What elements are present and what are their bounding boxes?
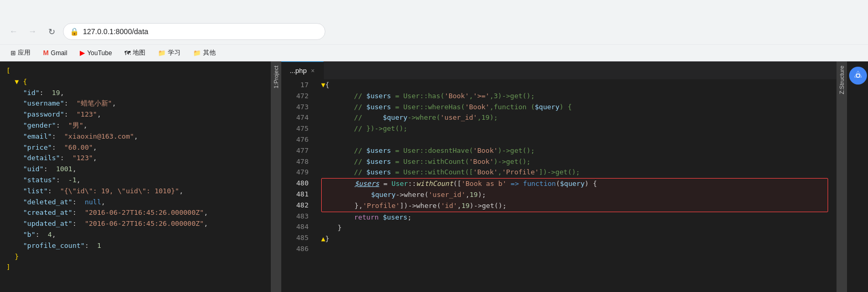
bookmark-label: Gmail	[51, 49, 67, 57]
json-email: "email": "xiaoxin@163.com",	[6, 131, 264, 142]
bookmark-study[interactable]: 📁 学习	[154, 47, 185, 58]
line-num-481: 481	[285, 189, 309, 200]
line-num-484: 484	[285, 222, 309, 233]
code-line-480: $users = User::withCount(['Book as b' =>…	[322, 179, 828, 190]
tab-bar	[0, 0, 868, 19]
bookmark-label: 学习	[168, 48, 181, 57]
code-line-478: // $users = User::withCount('Book')->get…	[321, 157, 828, 168]
browser-chrome: ← → ↻ 🔒 127.0.0.1:8000/data ⊞ 应用 M Gmail…	[0, 0, 868, 61]
project-panel-label[interactable]: 1:Project	[271, 61, 281, 92]
json-updated-at: "updated_at": "2016-06-27T16:45:26.00000…	[6, 218, 264, 230]
chrome-logo	[853, 70, 863, 81]
code-line-474: // $query->where('user_id',19);	[321, 112, 828, 123]
json-gender: "gender": "男",	[6, 120, 264, 131]
extension-panel	[847, 61, 868, 292]
line-num-475: 475	[285, 123, 309, 134]
line-num-482: 482	[285, 200, 309, 211]
json-deleted-at: "deleted_at": null,	[6, 197, 264, 208]
project-sidebar[interactable]: 1:Project	[271, 61, 281, 292]
highlighted-code-block: $users = User::withCount(['Book as b' =>…	[321, 178, 828, 212]
line-num-485: 485	[285, 233, 309, 244]
code-line-482: },'Profile'])->where('id',19)->get();	[322, 201, 828, 212]
url-text: 127.0.0.1:8000/data	[83, 27, 149, 36]
line-numbers: 17 472 473 474 475 476 477 478 479 480 4…	[281, 80, 313, 292]
tab-label: ...php	[290, 67, 307, 75]
json-close-bracket: ]	[6, 262, 264, 273]
json-list: "list": "{\"id\": 19, \"uid\": 1010}",	[6, 186, 264, 197]
bookmark-apps[interactable]: ⊞ 应用	[6, 47, 35, 58]
code-line-17: ▼{	[321, 80, 828, 91]
back-button[interactable]: ←	[6, 24, 21, 39]
main-content: [ ▼ { "id": 19, "username": "蜡笔小新", "pas…	[0, 61, 868, 292]
youtube-icon: ▶	[80, 49, 85, 57]
json-array-open: ▼ {	[6, 77, 264, 88]
tab-close-button[interactable]: ×	[311, 67, 315, 75]
active-tab[interactable]: ...php ×	[281, 61, 324, 80]
lock-icon: 🔒	[70, 27, 79, 36]
code-content[interactable]: ▼{ // $users = User::has('Book','>=',3)-…	[313, 80, 837, 292]
editor-body: 17 472 473 474 475 476 477 478 479 480 4…	[281, 80, 837, 292]
reload-button[interactable]: ↻	[44, 24, 59, 39]
code-line-484: }	[321, 223, 828, 234]
bookmark-other[interactable]: 📁 其他	[189, 47, 220, 58]
address-bar[interactable]: 🔒 127.0.0.1:8000/data	[63, 23, 325, 40]
structure-sidebar[interactable]: Z:Structure	[837, 61, 847, 292]
apps-icon: ⊞	[10, 49, 16, 57]
bookmarks-bar: ⊞ 应用 M Gmail ▶ YouTube 🗺 地图 📁 学习 📁 其他	[0, 44, 868, 61]
bookmark-label: 应用	[18, 48, 30, 57]
line-num-477: 477	[285, 145, 309, 157]
folder-icon: 📁	[158, 49, 166, 57]
forward-button[interactable]: →	[25, 24, 40, 39]
json-username: "username": "蜡笔小新",	[6, 98, 264, 109]
code-line-486	[321, 245, 828, 256]
code-line-473: // $users = User::whereHas('Book',functi…	[321, 102, 828, 113]
line-num-472: 472	[285, 91, 309, 102]
ide-area: 1:Project ...php × 17 472 473 474 475	[271, 61, 868, 292]
code-editor: ...php × 17 472 473 474 475 476 477 478 …	[281, 61, 837, 292]
bookmark-maps[interactable]: 🗺 地图	[120, 47, 150, 58]
structure-panel-label[interactable]: Z:Structure	[837, 61, 847, 98]
code-line-475: // })->get();	[321, 123, 828, 134]
line-num-474: 474	[285, 112, 309, 123]
chrome-extension-icon[interactable]	[849, 67, 867, 85]
bookmark-label: 地图	[133, 48, 145, 57]
json-price: "price": "60.00",	[6, 142, 264, 153]
browser-nav: ← → ↻ 🔒 127.0.0.1:8000/data	[0, 19, 868, 44]
code-line-479: // $users = User::withCount(['Book','Pro…	[321, 167, 828, 178]
bookmark-label: YouTube	[87, 49, 112, 57]
json-profile-count: "profile_count": 1	[6, 241, 264, 252]
line-num-473: 473	[285, 102, 309, 113]
editor-tabs: ...php ×	[281, 61, 837, 80]
bookmark-label: 其他	[203, 48, 216, 57]
bookmark-gmail[interactable]: M Gmail	[39, 48, 71, 58]
line-num-478: 478	[285, 157, 309, 168]
json-details: "details": "123",	[6, 153, 264, 164]
gmail-icon: M	[43, 49, 49, 57]
json-id: "id": 19,	[6, 88, 264, 99]
line-num-480: 480	[285, 178, 309, 189]
json-panel: [ ▼ { "id": 19, "username": "蜡笔小新", "pas…	[0, 61, 271, 292]
code-line-481: $query->where('user_id',19);	[322, 190, 828, 201]
code-line-483: return $users;	[321, 212, 828, 223]
json-status: "status": -1,	[6, 175, 264, 186]
code-line-476	[321, 134, 828, 145]
bookmark-youtube[interactable]: ▶ YouTube	[76, 48, 116, 58]
json-password: "password": "123",	[6, 109, 264, 120]
line-num-486: 486	[285, 244, 309, 255]
code-line-485: ▲}	[321, 234, 828, 245]
line-num-483: 483	[285, 211, 309, 222]
maps-icon: 🗺	[124, 49, 131, 57]
line-num-17: 17	[285, 80, 309, 91]
json-obj-close: }	[6, 252, 264, 263]
line-num-476: 476	[285, 134, 309, 145]
json-open-bracket: [	[6, 66, 264, 77]
code-line-472: // $users = User::has('Book','>=',3)->ge…	[321, 91, 828, 102]
json-created-at: "created_at": "2016-06-27T16:45:26.00000…	[6, 207, 264, 218]
line-num-479: 479	[285, 167, 309, 178]
json-uid: "uid": 1001,	[6, 164, 264, 175]
json-b: "b": 4,	[6, 230, 264, 241]
folder-icon: 📁	[193, 49, 201, 57]
code-line-477: // $users = User::doesntHave('Book')->ge…	[321, 145, 828, 157]
svg-point-2	[857, 75, 860, 77]
